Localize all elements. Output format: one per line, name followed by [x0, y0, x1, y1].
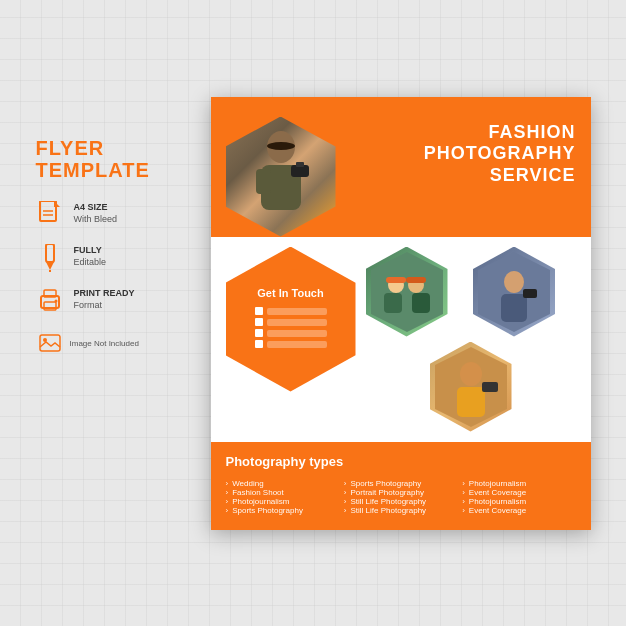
arrow-icon-9: ›	[462, 479, 465, 488]
pencil-icon	[36, 244, 64, 272]
svg-rect-31	[457, 387, 485, 417]
feature-edit: FULLY Editable	[36, 244, 191, 272]
contact-heading: Get In Touch	[255, 287, 327, 299]
flyer-card: FASHION PHOTOGRAPHY SERVICE Get In Touch	[211, 97, 591, 530]
person-photo	[226, 117, 336, 237]
flyer-service-title: FASHION PHOTOGRAPHY SERVICE	[346, 112, 576, 187]
svg-rect-10	[40, 335, 60, 351]
feature-size: A4 SIZE With Bleed	[36, 201, 191, 229]
contact-info: Get In Touch	[255, 287, 327, 351]
arrow-icon-4: ›	[226, 506, 229, 515]
contact-web	[267, 330, 327, 337]
arrow-icon-6: ›	[344, 488, 347, 497]
svg-point-26	[504, 271, 524, 293]
arrow-icon-2: ›	[226, 488, 229, 497]
contact-line-1	[255, 307, 327, 315]
type-still-life: › Still Life Photography	[344, 497, 457, 506]
type-sports: › Sports Photography	[226, 506, 339, 515]
type-label-12: Event Coverage	[469, 506, 526, 515]
type-fashion: › Fashion Shoot	[226, 488, 339, 497]
arrow-icon-1: ›	[226, 479, 229, 488]
contact-line-4	[255, 340, 327, 348]
svg-rect-27	[501, 294, 527, 322]
type-label-7: Still Life Photography	[351, 497, 427, 506]
left-panel: FLYER TEMPLATE A4 SIZE With Bleed	[36, 97, 191, 358]
flyer-template-title: FLYER TEMPLATE	[36, 137, 191, 181]
arrow-icon-8: ›	[344, 506, 347, 515]
type-label-5: Sports Photography	[351, 479, 422, 488]
contact-dot-4	[255, 340, 263, 348]
feature-edit-text: FULLY Editable	[74, 244, 107, 269]
contact-dot	[255, 307, 263, 315]
doc-icon	[36, 201, 64, 229]
contact-dot-2	[255, 318, 263, 326]
contact-hex: Get In Touch	[226, 247, 356, 392]
feature-size-text: A4 SIZE With Bleed	[74, 201, 118, 226]
hex-photo-2	[473, 247, 555, 337]
svg-rect-32	[482, 382, 498, 392]
flyer-middle: Get In Touch	[211, 237, 591, 442]
flyer-bottom: Photography types › Wedding › Fashion Sh…	[211, 442, 591, 530]
svg-rect-16	[296, 162, 304, 167]
not-included-text: Image Not Included	[70, 339, 139, 348]
title-line3: SERVICE	[490, 165, 576, 185]
svg-rect-3	[46, 244, 54, 262]
contact-email	[267, 308, 327, 315]
contact-line-2	[255, 318, 327, 326]
main-photo-hex	[226, 117, 336, 237]
type-still-life-2: › Still Life Photography	[344, 506, 457, 515]
feature-print: PRINT READY Format	[36, 287, 191, 315]
contact-dot-3	[255, 329, 263, 337]
svg-rect-24	[412, 293, 430, 313]
image-icon	[36, 330, 64, 358]
arrow-icon-12: ›	[462, 506, 465, 515]
types-col1: › Wedding › Fashion Shoot › Photojournal…	[226, 479, 339, 515]
type-label-11: Photojournalism	[469, 497, 526, 506]
arrow-icon-11: ›	[462, 497, 465, 506]
feature-print-text: PRINT READY Format	[74, 287, 135, 312]
svg-rect-21	[386, 277, 406, 283]
contact-phone	[267, 319, 327, 326]
svg-point-9	[54, 299, 57, 302]
svg-marker-18	[371, 252, 443, 332]
type-label-10: Event Coverage	[469, 488, 526, 497]
type-label-1: Wedding	[232, 479, 263, 488]
type-wedding: › Wedding	[226, 479, 339, 488]
printer-icon	[36, 287, 64, 315]
type-event-2: › Event Coverage	[462, 506, 575, 515]
type-label-2: Fashion Shoot	[232, 488, 284, 497]
contact-line-3	[255, 329, 327, 337]
types-col2: › Sports Photography › Portrait Photogra…	[344, 479, 457, 515]
type-sports-photo: › Sports Photography	[344, 479, 457, 488]
svg-rect-14	[256, 169, 271, 194]
flyer-header: FASHION PHOTOGRAPHY SERVICE	[211, 97, 591, 237]
not-included-note: Image Not Included	[36, 330, 191, 358]
title-line2: PHOTOGRAPHY	[424, 143, 576, 163]
type-photojournalism: › Photojournalism	[226, 497, 339, 506]
arrow-icon-3: ›	[226, 497, 229, 506]
hex-photo-3	[430, 342, 512, 432]
type-photojournalism-4: › Photojournalism	[462, 497, 575, 506]
contact-addr	[267, 341, 327, 348]
svg-point-30	[460, 362, 482, 386]
types-col3: › Photojournalism › Event Coverage › Pho…	[462, 479, 575, 515]
hex-photos-grid	[366, 247, 576, 432]
type-label-4: Sports Photography	[232, 506, 303, 515]
type-photojournalism-3: › Photojournalism	[462, 479, 575, 488]
type-portrait: › Portrait Photography	[344, 488, 457, 497]
type-label-6: Portrait Photography	[351, 488, 424, 497]
types-grid: › Wedding › Fashion Shoot › Photojournal…	[226, 479, 576, 515]
svg-rect-28	[523, 289, 537, 298]
type-label-8: Still Life Photography	[351, 506, 427, 515]
arrow-icon-5: ›	[344, 479, 347, 488]
type-event: › Event Coverage	[462, 488, 575, 497]
svg-marker-4	[46, 262, 54, 270]
hex-photo-3-wrapper	[366, 342, 576, 432]
svg-rect-22	[406, 277, 426, 283]
type-label-3: Photojournalism	[232, 497, 289, 506]
photography-types-title: Photography types	[226, 454, 576, 469]
type-label-9: Photojournalism	[469, 479, 526, 488]
hex-photo-1	[366, 247, 448, 337]
svg-point-17	[267, 142, 295, 150]
svg-rect-23	[384, 293, 402, 313]
